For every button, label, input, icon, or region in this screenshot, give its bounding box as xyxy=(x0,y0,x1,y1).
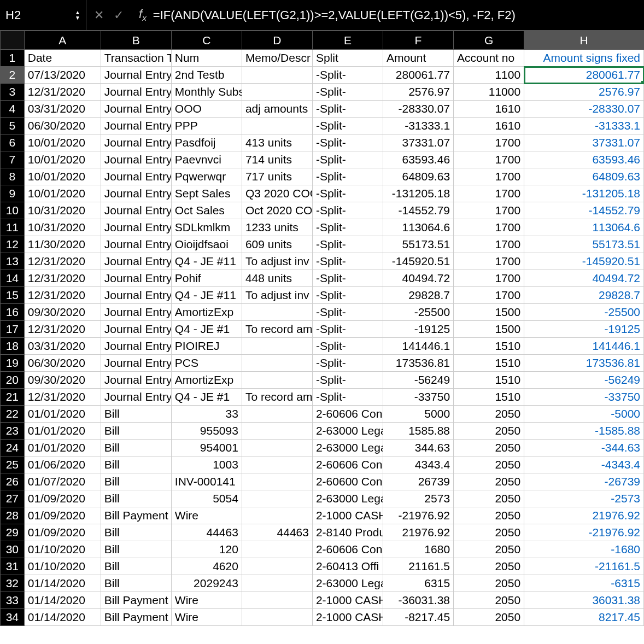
cell-E3[interactable]: -Split- xyxy=(312,84,383,101)
row-27[interactable]: 27 xyxy=(1,490,25,507)
cell-A17[interactable]: 12/31/2020 xyxy=(24,321,101,338)
cell-A27[interactable]: 01/09/2020 xyxy=(24,490,101,507)
cell-D31[interactable] xyxy=(242,558,312,575)
cell-H5[interactable]: -31333.1 xyxy=(524,118,644,134)
col-D[interactable]: D xyxy=(242,31,312,50)
cell-F8[interactable]: 64809.63 xyxy=(383,168,454,185)
row-22[interactable]: 22 xyxy=(1,406,25,423)
formula-input[interactable] xyxy=(150,8,644,22)
cell-C6[interactable]: Pasdfoij xyxy=(171,134,242,151)
cell-G21[interactable]: 1510 xyxy=(454,389,524,406)
cell-F17[interactable]: -19125 xyxy=(383,321,454,338)
cell-C13[interactable]: Q4 - JE #11 xyxy=(171,253,242,270)
cell-D10[interactable]: Oct 2020 CO xyxy=(242,202,312,219)
row-12[interactable]: 12 xyxy=(1,236,25,253)
cell-A31[interactable]: 01/10/2020 xyxy=(24,558,101,575)
cell-C19[interactable]: PCS xyxy=(171,355,242,372)
cell-F14[interactable]: 40494.72 xyxy=(383,270,454,287)
cell-G6[interactable]: 1700 xyxy=(454,134,524,151)
cell-G2[interactable]: 1100 xyxy=(454,67,524,84)
cell-F32[interactable]: 6315 xyxy=(383,575,454,592)
cell-G18[interactable]: 1510 xyxy=(454,338,524,355)
cell-E8[interactable]: -Split- xyxy=(312,168,383,185)
row-11[interactable]: 11 xyxy=(1,219,25,236)
cell-F2[interactable]: 280061.77 xyxy=(383,67,454,84)
cell-B13[interactable]: Journal Entry xyxy=(101,253,171,270)
cell-D34[interactable] xyxy=(242,609,312,626)
cell-F26[interactable]: 26739 xyxy=(383,473,454,490)
row-16[interactable]: 16 xyxy=(1,304,25,321)
cell-B31[interactable]: Bill xyxy=(101,558,171,575)
cell-D16[interactable] xyxy=(242,304,312,321)
cell-E22[interactable]: 2-60606 Con xyxy=(312,406,383,423)
row-1[interactable]: 1 xyxy=(1,50,25,67)
row-24[interactable]: 24 xyxy=(1,440,25,456)
cell-F21[interactable]: -33750 xyxy=(383,389,454,406)
cell-A33[interactable]: 01/14/2020 xyxy=(24,592,101,609)
cell-B14[interactable]: Journal Entry xyxy=(101,270,171,287)
cell-A3[interactable]: 12/31/2020 xyxy=(24,84,101,101)
cell-H23[interactable]: -1585.88 xyxy=(524,423,644,440)
cell-C33[interactable]: Wire xyxy=(171,592,242,609)
cell-A18[interactable]: 03/31/2020 xyxy=(24,338,101,355)
cell-H17[interactable]: -19125 xyxy=(524,321,644,338)
cell-A21[interactable]: 12/31/2020 xyxy=(24,389,101,406)
cell-F34[interactable]: -8217.45 xyxy=(383,609,454,626)
col-F[interactable]: F xyxy=(383,31,454,50)
cell-C26[interactable]: INV-000141 xyxy=(171,473,242,490)
cell-B34[interactable]: Bill Payment xyxy=(101,609,171,626)
cell-H12[interactable]: 55173.51 xyxy=(524,236,644,253)
cell-E2[interactable]: -Split- xyxy=(312,67,383,84)
cell-E18[interactable]: -Split- xyxy=(312,338,383,355)
header-amount[interactable]: Amount xyxy=(383,50,454,67)
cell-E25[interactable]: 2-60606 Con xyxy=(312,456,383,473)
cell-F31[interactable]: 21161.5 xyxy=(383,558,454,575)
col-C[interactable]: C xyxy=(171,31,242,50)
cell-G22[interactable]: 2050 xyxy=(454,406,524,423)
row-32[interactable]: 32 xyxy=(1,575,25,592)
cell-G8[interactable]: 1700 xyxy=(454,168,524,185)
cell-H18[interactable]: 141446.1 xyxy=(524,338,644,355)
cell-F5[interactable]: -31333.1 xyxy=(383,118,454,134)
cell-H7[interactable]: 63593.46 xyxy=(524,151,644,168)
cancel-icon[interactable]: ✕ xyxy=(94,8,104,22)
cell-D28[interactable] xyxy=(242,507,312,524)
name-box-stepper[interactable]: ▲ ▼ xyxy=(75,10,80,21)
cell-D4[interactable]: adj amounts xyxy=(242,101,312,118)
cell-F12[interactable]: 55173.51 xyxy=(383,236,454,253)
cell-G23[interactable]: 2050 xyxy=(454,423,524,440)
cell-G28[interactable]: 2050 xyxy=(454,507,524,524)
cell-F15[interactable]: 29828.7 xyxy=(383,287,454,304)
row-28[interactable]: 28 xyxy=(1,507,25,524)
cell-B23[interactable]: Bill xyxy=(101,423,171,440)
cell-C3[interactable]: Monthly Subscription xyxy=(171,84,242,101)
cell-E30[interactable]: 2-60606 Con xyxy=(312,541,383,558)
cell-B17[interactable]: Journal Entry xyxy=(101,321,171,338)
cell-F24[interactable]: 344.63 xyxy=(383,440,454,456)
cell-H10[interactable]: -14552.79 xyxy=(524,202,644,219)
cell-D15[interactable]: To adjust inv xyxy=(242,287,312,304)
cell-B20[interactable]: Journal Entry xyxy=(101,372,171,389)
row-23[interactable]: 23 xyxy=(1,423,25,440)
cell-D7[interactable]: 714 units xyxy=(242,151,312,168)
cell-B18[interactable]: Journal Entry xyxy=(101,338,171,355)
cell-A16[interactable]: 09/30/2020 xyxy=(24,304,101,321)
cell-F33[interactable]: -36031.38 xyxy=(383,592,454,609)
col-H[interactable]: H xyxy=(524,31,644,50)
name-box[interactable]: H2 ▲ ▼ xyxy=(0,0,86,30)
cell-C11[interactable]: SDLkmlkm xyxy=(171,219,242,236)
cell-C23[interactable]: 955093 xyxy=(171,423,242,440)
cell-G4[interactable]: 1610 xyxy=(454,101,524,118)
cell-D21[interactable]: To record am xyxy=(242,389,312,406)
cell-H25[interactable]: -4343.4 xyxy=(524,456,644,473)
cell-A8[interactable]: 10/01/2020 xyxy=(24,168,101,185)
cell-D32[interactable] xyxy=(242,575,312,592)
cell-C34[interactable]: Wire xyxy=(171,609,242,626)
cell-A25[interactable]: 01/06/2020 xyxy=(24,456,101,473)
row-25[interactable]: 25 xyxy=(1,456,25,473)
fx-icon[interactable]: fx xyxy=(131,7,150,23)
cell-F7[interactable]: 63593.46 xyxy=(383,151,454,168)
cell-H27[interactable]: -2573 xyxy=(524,490,644,507)
cell-E21[interactable]: -Split- xyxy=(312,389,383,406)
cell-D33[interactable] xyxy=(242,592,312,609)
